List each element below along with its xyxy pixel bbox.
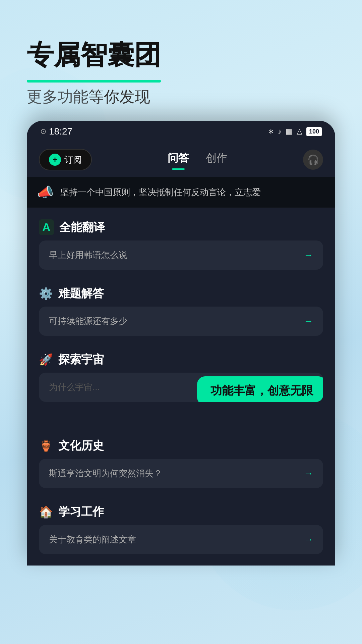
wifi-icon: △ bbox=[297, 127, 302, 136]
category-problem-header: ⚙️ 难题解答 bbox=[39, 286, 323, 301]
time-prefix-icon: ⊙ bbox=[40, 127, 46, 136]
tab-create[interactable]: 创作 bbox=[206, 151, 227, 168]
tab-qa[interactable]: 问答 bbox=[168, 151, 189, 168]
study-card-text: 关于教育类的阐述文章 bbox=[49, 534, 136, 545]
content-area: A 全能翻译 早上好用韩语怎么说 → ⚙️ 难题解答 可持续能源还有多少 → bbox=[27, 208, 335, 566]
main-title: 专属智囊团 bbox=[27, 40, 161, 70]
translate-arrow-icon: → bbox=[304, 250, 313, 261]
nav-avatar[interactable]: 🎧 bbox=[303, 150, 323, 170]
study-icon: 🏠 bbox=[39, 505, 53, 519]
avatar-icon: 🎧 bbox=[307, 154, 319, 165]
status-icons: ∗ ♪ ▦ △ 100 bbox=[268, 127, 322, 136]
category-problem: ⚙️ 难题解答 可持续能源还有多少 → bbox=[27, 278, 335, 344]
problem-name: 难题解答 bbox=[58, 286, 104, 301]
category-culture: 🏺 文化历史 斯通亨治文明为何突然消失？ → bbox=[27, 430, 335, 496]
subscribe-button[interactable]: + 订阅 bbox=[39, 149, 92, 170]
culture-icon: 🏺 bbox=[39, 439, 53, 452]
status-time: ⊙ 18:27 bbox=[40, 126, 72, 137]
category-culture-header: 🏺 文化历史 bbox=[39, 438, 323, 453]
category-explore: 🚀 探索宇宙 为什么宇宙... 功能丰富，创意无限 bbox=[27, 344, 335, 410]
app-header: + 订阅 问答 创作 🎧 bbox=[27, 142, 335, 177]
bluetooth-icon: ∗ bbox=[268, 127, 274, 136]
category-study: 🏠 学习工作 关于教育类的阐述文章 → bbox=[27, 496, 335, 562]
tooltip-text: 功能丰富，创意无限 bbox=[210, 384, 313, 397]
status-bar: ⊙ 18:27 ∗ ♪ ▦ △ 100 bbox=[27, 121, 335, 142]
culture-arrow-icon: → bbox=[304, 468, 313, 479]
tooltip-callout: 功能丰富，创意无限 bbox=[197, 376, 323, 402]
subscribe-label: 订阅 bbox=[64, 154, 82, 166]
category-study-header: 🏠 学习工作 bbox=[39, 504, 323, 520]
study-card[interactable]: 关于教育类的阐述文章 → bbox=[39, 525, 323, 554]
time-display: 18:27 bbox=[49, 126, 72, 137]
category-translate-header: A 全能翻译 bbox=[39, 219, 323, 235]
study-arrow-icon: → bbox=[304, 534, 313, 545]
translate-name: 全能翻译 bbox=[59, 220, 105, 235]
problem-card-text: 可持续能源还有多少 bbox=[49, 315, 127, 327]
bell-icon: ♪ bbox=[278, 127, 282, 136]
explore-icon: 🚀 bbox=[39, 353, 53, 366]
phone-container: ⊙ 18:27 ∗ ♪ ▦ △ 100 + 订阅 问答 bbox=[27, 121, 335, 644]
translate-icon: A bbox=[39, 219, 54, 235]
explore-card[interactable]: 为什么宇宙... 功能丰富，创意无限 bbox=[39, 373, 323, 402]
culture-name: 文化历史 bbox=[58, 438, 104, 453]
signal-icon: ▦ bbox=[286, 127, 293, 136]
announcement-icon: 📣 bbox=[37, 184, 54, 200]
culture-card[interactable]: 斯通亨治文明为何突然消失？ → bbox=[39, 459, 323, 488]
category-translate: A 全能翻译 早上好用韩语怎么说 → bbox=[27, 211, 335, 278]
subscribe-plus-icon: + bbox=[49, 154, 61, 166]
phone-mockup: ⊙ 18:27 ∗ ♪ ▦ △ 100 + 订阅 问答 bbox=[27, 121, 335, 566]
announcement-banner: 📣 坚持一个中国原则，坚决抵制任何反动言论，立志爱 bbox=[27, 177, 335, 208]
translate-card-text: 早上好用韩语怎么说 bbox=[49, 249, 127, 261]
problem-arrow-icon: → bbox=[304, 316, 313, 327]
battery-icon: 100 bbox=[306, 127, 322, 136]
title-underline bbox=[27, 80, 161, 83]
nav-tabs: 问答 创作 bbox=[99, 151, 296, 168]
problem-icon: ⚙️ bbox=[39, 287, 53, 300]
problem-card[interactable]: 可持续能源还有多少 → bbox=[39, 307, 323, 336]
category-explore-header: 🚀 探索宇宙 bbox=[39, 352, 323, 367]
explore-card-text: 为什么宇宙... bbox=[49, 381, 100, 393]
study-name: 学习工作 bbox=[58, 504, 104, 520]
translate-card[interactable]: 早上好用韩语怎么说 → bbox=[39, 240, 323, 270]
announcement-text: 坚持一个中国原则，坚决抵制任何反动言论，立志爱 bbox=[60, 186, 261, 198]
culture-card-text: 斯通亨治文明为何突然消失？ bbox=[49, 468, 162, 479]
explore-name: 探索宇宙 bbox=[58, 352, 104, 367]
